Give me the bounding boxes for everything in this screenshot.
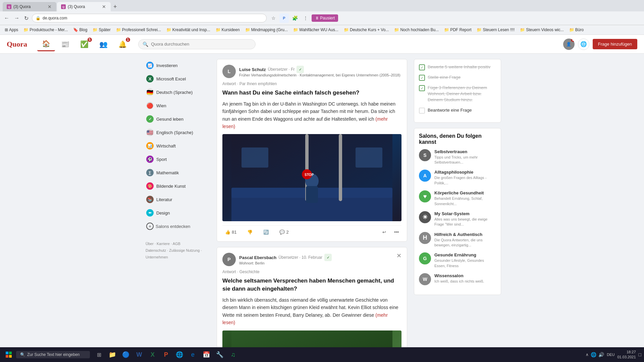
taskbar-spotify[interactable]: ♫ (227, 348, 239, 361)
bookmark-steuern-lesen[interactable]: 📁 Steuern Lesen !!!! (475, 26, 517, 33)
network-icon[interactable]: 🌐 (591, 352, 596, 357)
sidebar-label-design: Design (156, 210, 170, 216)
salon-koerperlich[interactable]: ♥ Körperliche Gesundheit Behandelt Ernäh… (419, 190, 496, 206)
taskbar-chrome[interactable]: 🌐 (173, 348, 186, 361)
back-button[interactable]: ← (3, 14, 11, 22)
bookmark-produktsuche[interactable]: 📁 Produktsuche - Mer... (21, 26, 70, 33)
forward-button[interactable]: → (13, 14, 21, 22)
bookmark-mindmapping[interactable]: 📁 Mindmapping (Gru... (243, 26, 290, 33)
nav-answers[interactable]: ✅ 5 (75, 37, 93, 51)
bookmark-spaeter[interactable]: 📁 Später (91, 26, 112, 33)
taskbar-task-view[interactable]: ⊞ (93, 348, 105, 361)
bookmark-kursideen[interactable]: 📁 Kursideen (214, 26, 242, 33)
bookmark-pdf[interactable]: 📁 PDF Report (442, 26, 473, 33)
sidebar-item-kunst[interactable]: 🎨 Bildende Kunst (143, 180, 210, 192)
sidebar-item-deutsch[interactable]: 🇩🇪 Deutsch (Sprache) (143, 86, 210, 99)
address-bar[interactable]: 🔒 de.quora.com (32, 14, 267, 22)
bookmark-kreativitaet[interactable]: 📁 Kreativität und Insp... (164, 26, 212, 33)
avatar[interactable]: 👤 2 (563, 39, 575, 50)
downvote-button-1[interactable]: 👎 (245, 228, 255, 236)
bookmark-wahlfaecher[interactable]: 📁 Wahlfächer WU Aus... (291, 26, 340, 33)
tab-2[interactable]: Q (3) Quora ✕ (57, 2, 111, 11)
sidebar-item-englisch[interactable]: 🇺🇸 Englisch (Sprache) (143, 126, 210, 139)
sidebar-item-gesund[interactable]: ✓ Gesund leben (143, 113, 210, 125)
reply-icon-1: ↩ (382, 230, 386, 235)
profile-sync-icon[interactable]: P (279, 13, 289, 23)
sidebar-item-design[interactable]: ✏ Design (143, 206, 210, 219)
new-tab-button[interactable]: + (111, 3, 119, 10)
taskbar-excel[interactable]: X (146, 348, 159, 361)
add-question-button[interactable]: Frage hinzufügen (593, 39, 637, 49)
sidebar-item-wirtschaft[interactable]: 📊 Wirtschaft (143, 139, 210, 152)
bookmark-apps[interactable]: ⊞ Apps (3, 26, 20, 33)
taskbar-file-explorer[interactable]: 📁 (106, 348, 119, 361)
check-answer-icon[interactable] (419, 108, 425, 114)
taskbar-app-green[interactable]: 🔵 (119, 348, 132, 361)
nav-notifications[interactable]: 🔔 1 (114, 37, 131, 51)
author-name-2[interactable]: Pascal Ebersbach (239, 255, 276, 260)
salon-ernaehrung[interactable]: G Gesunde Ernährung Gesunder Lifestyle, … (419, 252, 496, 268)
footer-agb[interactable]: AGB (173, 242, 180, 246)
volume-icon[interactable]: 🔊 (598, 352, 604, 357)
quora-logo[interactable]: Quora (7, 40, 27, 49)
taskbar-app-calendar[interactable]: 📅 (200, 348, 213, 361)
footer-unternehmen[interactable]: Unternehmen (146, 255, 168, 259)
sidebar-item-investieren[interactable]: 📈 Investieren (143, 59, 210, 72)
footer-ueber[interactable]: Über (146, 242, 154, 246)
bookmark-buero[interactable]: 📁 Büro (567, 26, 586, 33)
comment-button-1[interactable]: 💬 2 (277, 228, 291, 236)
sidebar-item-mathematik[interactable]: ∑ Mathematik (143, 166, 210, 179)
star-icon[interactable]: ☆ (269, 13, 278, 23)
tab-2-close[interactable]: ✕ (101, 4, 107, 9)
salon-avatar-selbstvertrauen: S (419, 149, 431, 161)
reload-button[interactable]: ↻ (23, 14, 30, 23)
tab-1-close[interactable]: ✕ (47, 4, 52, 9)
taskbar-edge[interactable]: e (186, 348, 199, 361)
salon-selbstvertrauen[interactable]: S Selbstvertrauen Tipps und Tricks, um m… (419, 149, 496, 165)
reply-button-1[interactable]: ↩ (380, 228, 389, 236)
taskbar-word[interactable]: W (133, 348, 146, 361)
tab-1[interactable]: Q (3) Quora ✕ (3, 2, 56, 11)
sidebar-item-sport[interactable]: ⚽ Sport (143, 153, 210, 166)
salon-solarsystem[interactable]: ☀ My Solar-System Alles was uns bewegt, … (419, 211, 496, 227)
salon-hilfreich[interactable]: H Hilfreich & Authentisch Die Quora Antw… (419, 232, 496, 248)
sidebar-item-literatur[interactable]: 📚 Literatur (143, 193, 210, 206)
nav-community[interactable]: 👥 (95, 37, 112, 51)
salon-alltagsphilosophie[interactable]: A Alltagsphilosophie Die großen Fragen d… (419, 170, 496, 186)
nav-news[interactable]: 📰 (56, 37, 74, 51)
bookmark-blog[interactable]: 🔖 Blog (71, 26, 89, 33)
sidebar-item-excel[interactable]: X Microsoft Excel (143, 72, 210, 85)
svg-rect-4 (339, 134, 342, 201)
taskbar-powerpoint[interactable]: P (160, 348, 172, 361)
footer-karriere[interactable]: Karriere (157, 242, 170, 246)
extensions-icon[interactable]: 🧩 (290, 13, 300, 23)
bookmark-steuern-videos[interactable]: 📁 Steuern Videos wic... (518, 26, 566, 33)
tray-arrow-icon[interactable]: ∧ (586, 352, 589, 357)
pause-button[interactable]: ⏸ Pausiert (312, 14, 338, 22)
upvote-button-1[interactable]: 👍 81 (222, 228, 239, 236)
nav-home[interactable]: 🏠 (37, 37, 55, 51)
start-button[interactable] (3, 349, 15, 361)
taskbar-search[interactable]: 🔍 Zur Suche Text hier eingeben (16, 351, 90, 358)
share-button-1[interactable]: 🔄 (261, 228, 271, 236)
question-title-1[interactable]: Wann hast Du eine Sache einfach falsch g… (222, 89, 401, 97)
bookmark-deutsch-kurs[interactable]: 📁 Deutsche Kurs + Vo... (342, 26, 391, 33)
question-title-2[interactable]: Welche seltsamen Versprechen haben Mensc… (222, 277, 401, 293)
search-input[interactable] (151, 42, 251, 47)
author-name-1[interactable]: Luise Schulz (239, 67, 266, 72)
more-button-1[interactable]: ••• (391, 228, 401, 236)
bookmark-hochladen[interactable]: 📁 Noch hochladen Bu... (392, 26, 441, 33)
footer-nutzung[interactable]: Zulässige Nutzung (169, 248, 200, 252)
salon-wissen[interactable]: W Wissenssalon Ich weiß, dass ich nichts… (419, 273, 496, 285)
search-bar[interactable]: 🔍 (138, 39, 256, 49)
close-button-2[interactable]: ✕ (396, 253, 401, 259)
bookmark-professionell[interactable]: 📁 Professionell Schrei... (114, 26, 163, 33)
menu-icon[interactable]: ⋮ (301, 13, 310, 23)
footer-datenschutz[interactable]: Datenschutz (146, 248, 166, 252)
discover-salons[interactable]: + Salons entdecken (143, 220, 210, 233)
language-button[interactable]: 🌐 (578, 39, 589, 50)
sidebar-item-wien[interactable]: 🔴 Wien (143, 99, 210, 112)
taskbar-app-tool[interactable]: 🔧 (213, 348, 226, 361)
design-icon: ✏ (146, 209, 154, 217)
notification-icon[interactable]: □ (639, 352, 641, 357)
